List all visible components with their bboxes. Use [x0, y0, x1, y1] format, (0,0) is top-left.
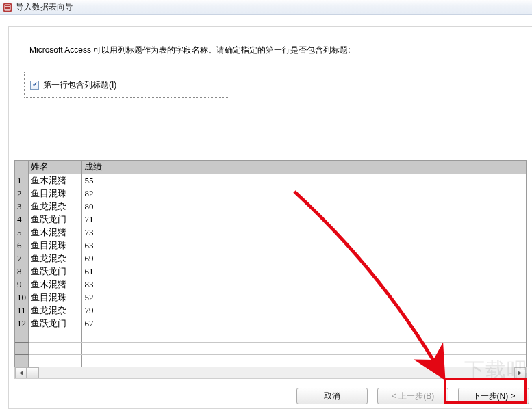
svg-rect-2 [5, 5, 10, 6]
table-row[interactable]: 10鱼目混珠52 [15, 291, 526, 304]
cell-name[interactable]: 鱼跃龙门 [29, 265, 82, 278]
table-row-empty [15, 330, 526, 342]
cell-fill [112, 252, 526, 265]
wizard-buttons: 取消 < 上一步(B) 下一步(N) > [296, 388, 532, 404]
cell-score[interactable]: 67 [82, 317, 112, 330]
row-header-corner [15, 161, 29, 174]
table-row[interactable]: 8鱼跃龙门61 [15, 265, 526, 278]
first-row-headings-label: 第一行包含列标题(I) [43, 79, 116, 91]
cell-score[interactable]: 82 [82, 187, 112, 200]
scroll-thumb[interactable] [27, 367, 39, 378]
horizontal-scrollbar[interactable]: ◄ ► [14, 367, 527, 379]
back-button-label: < 上一步(B) [392, 391, 434, 402]
cell-score[interactable]: 63 [82, 239, 112, 252]
row-number: 4 [15, 213, 29, 226]
cell-fill [112, 317, 526, 330]
cell-fill [112, 291, 526, 304]
table-row[interactable]: 4鱼跃龙门71 [15, 213, 526, 226]
cell-fill [112, 239, 526, 252]
cell-score[interactable]: 71 [82, 213, 112, 226]
table-row[interactable]: 7鱼龙混杂69 [15, 252, 526, 265]
cell-fill [112, 265, 526, 278]
row-number: 7 [15, 252, 29, 265]
table-row[interactable]: 5鱼木混猪73 [15, 226, 526, 239]
table-row[interactable]: 9鱼木混猪83 [15, 278, 526, 291]
cell-score[interactable]: 79 [82, 304, 112, 317]
svg-rect-4 [5, 8, 10, 9]
table-row[interactable]: 6鱼目混珠63 [15, 239, 526, 252]
cell-score[interactable]: 83 [82, 278, 112, 291]
back-button[interactable]: < 上一步(B) [377, 388, 448, 404]
row-number: 5 [15, 226, 29, 239]
cell-score[interactable]: 61 [82, 265, 112, 278]
app-icon [3, 3, 12, 12]
cell-name[interactable]: 鱼目混珠 [29, 291, 82, 304]
table-row[interactable]: 12鱼跃龙门67 [15, 317, 526, 330]
window-title: 导入数据表向导 [16, 1, 73, 13]
row-number: 3 [15, 200, 29, 213]
cell-name[interactable]: 鱼龙混杂 [29, 252, 82, 265]
cell-name[interactable]: 鱼跃龙门 [29, 317, 82, 330]
cell-name[interactable]: 鱼木混猪 [29, 278, 82, 291]
data-preview-grid[interactable]: 姓名 成绩 1鱼木混猪552鱼目混珠823鱼龙混杂804鱼跃龙门715鱼木混猪7… [14, 160, 527, 373]
cell-score[interactable]: 52 [82, 291, 112, 304]
cell-name[interactable]: 鱼跃龙门 [29, 213, 82, 226]
cell-name[interactable]: 鱼龙混杂 [29, 304, 82, 317]
title-bar: 导入数据表向导 [0, 0, 532, 15]
next-button[interactable]: 下一步(N) > [458, 388, 529, 404]
cancel-button-label: 取消 [324, 391, 340, 402]
cell-fill [112, 226, 526, 239]
cell-score[interactable]: 55 [82, 174, 112, 187]
column-header[interactable]: 成绩 [82, 161, 112, 174]
row-number: 2 [15, 187, 29, 200]
row-number: 9 [15, 278, 29, 291]
table-row[interactable]: 2鱼目混珠82 [15, 187, 526, 200]
svg-rect-3 [5, 7, 10, 8]
row-number: 12 [15, 317, 29, 330]
cell-score[interactable]: 69 [82, 252, 112, 265]
wizard-panel: Microsoft Access 可以用列标题作为表的字段名称。请确定指定的第一… [8, 26, 532, 409]
scroll-left-button[interactable]: ◄ [15, 367, 27, 378]
cell-name[interactable]: 鱼龙混杂 [29, 200, 82, 213]
cell-fill [112, 200, 526, 213]
table-row[interactable]: 11鱼龙混杂79 [15, 304, 526, 317]
column-fill [112, 161, 526, 174]
column-header[interactable]: 姓名 [29, 161, 82, 174]
cell-score[interactable]: 80 [82, 200, 112, 213]
row-number: 1 [15, 174, 29, 187]
cell-name[interactable]: 鱼目混珠 [29, 239, 82, 252]
cell-fill [112, 213, 526, 226]
first-row-headings-checkbox[interactable] [30, 81, 39, 90]
cancel-button[interactable]: 取消 [296, 388, 368, 404]
cell-fill [112, 187, 526, 200]
cell-name[interactable]: 鱼木混猪 [29, 174, 82, 187]
table-row[interactable]: 1鱼木混猪55 [15, 174, 526, 187]
row-number: 8 [15, 265, 29, 278]
cell-name[interactable]: 鱼木混猪 [29, 226, 82, 239]
table-row-empty [15, 354, 526, 367]
row-number: 11 [15, 304, 29, 317]
next-button-label: 下一步(N) > [472, 391, 516, 402]
row-number: 10 [15, 291, 29, 304]
instruction-text: Microsoft Access 可以用列标题作为表的字段名称。请确定指定的第一… [29, 44, 351, 56]
table-row-empty [15, 342, 526, 354]
cell-fill [112, 278, 526, 291]
cell-name[interactable]: 鱼目混珠 [29, 187, 82, 200]
table-row[interactable]: 3鱼龙混杂80 [15, 200, 526, 213]
cell-fill [112, 174, 526, 187]
cell-fill [112, 304, 526, 317]
first-row-headings-group: 第一行包含列标题(I) [24, 72, 229, 98]
cell-score[interactable]: 73 [82, 226, 112, 239]
scroll-track[interactable] [27, 367, 514, 378]
watermark: 下载吧 [464, 356, 528, 384]
row-number: 6 [15, 239, 29, 252]
